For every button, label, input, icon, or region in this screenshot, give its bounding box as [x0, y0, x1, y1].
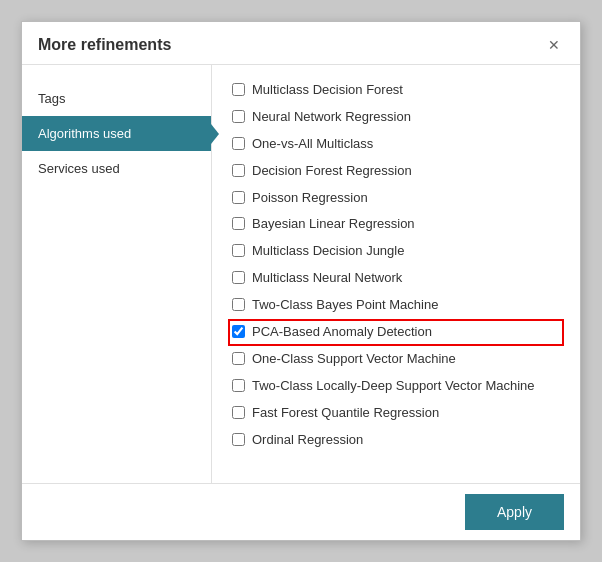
content-area: Multiclass Decision ForestNeural Network… [212, 65, 580, 483]
dialog-title: More refinements [38, 36, 171, 54]
checkbox-multiclass-neural-network[interactable] [232, 271, 245, 284]
checkbox-two-class-locally-deep-support-vector-machine[interactable] [232, 379, 245, 392]
dialog-footer: Apply [22, 483, 580, 540]
list-item-neural-network-regression: Neural Network Regression [228, 104, 564, 131]
list-item-decision-forest-regression: Decision Forest Regression [228, 158, 564, 185]
checkbox-label-two-class-bayes-point-machine: Two-Class Bayes Point Machine [252, 297, 438, 314]
dialog-header: More refinements ✕ [22, 22, 580, 65]
list-item-ordinal-regression: Ordinal Regression [228, 427, 564, 454]
checkbox-label-pca-based-anomaly-detection: PCA-Based Anomaly Detection [252, 324, 432, 341]
list-item-pca-based-anomaly-detection: PCA-Based Anomaly Detection [228, 319, 564, 346]
checkbox-label-multiclass-neural-network: Multiclass Neural Network [252, 270, 402, 287]
sidebar-item-services-used[interactable]: Services used [22, 151, 211, 186]
sidebar: TagsAlgorithms usedServices used [22, 65, 212, 483]
dialog-body: TagsAlgorithms usedServices used Multicl… [22, 65, 580, 483]
list-item-one-vs-all-multiclass: One-vs-All Multiclass [228, 131, 564, 158]
checkbox-fast-forest-quantile-regression[interactable] [232, 406, 245, 419]
list-item-two-class-locally-deep-support-vector-machine: Two-Class Locally-Deep Support Vector Ma… [228, 373, 564, 400]
list-item-multiclass-neural-network: Multiclass Neural Network [228, 265, 564, 292]
checkbox-label-ordinal-regression: Ordinal Regression [252, 432, 363, 449]
algorithms-list: Multiclass Decision ForestNeural Network… [228, 77, 568, 471]
more-refinements-dialog: More refinements ✕ TagsAlgorithms usedSe… [21, 21, 581, 541]
checkbox-label-poisson-regression: Poisson Regression [252, 190, 368, 207]
list-item-multiclass-decision-forest: Multiclass Decision Forest [228, 77, 564, 104]
checkbox-multiclass-decision-jungle[interactable] [232, 244, 245, 257]
checkbox-multiclass-decision-forest[interactable] [232, 83, 245, 96]
checkbox-label-one-class-support-vector-machine: One-Class Support Vector Machine [252, 351, 456, 368]
sidebar-item-algorithms-used[interactable]: Algorithms used [22, 116, 211, 151]
checkbox-decision-forest-regression[interactable] [232, 164, 245, 177]
close-button[interactable]: ✕ [544, 36, 564, 54]
list-item-bayesian-linear-regression: Bayesian Linear Regression [228, 211, 564, 238]
list-item-one-class-support-vector-machine: One-Class Support Vector Machine [228, 346, 564, 373]
checkbox-ordinal-regression[interactable] [232, 433, 245, 446]
list-item-multiclass-decision-jungle: Multiclass Decision Jungle [228, 238, 564, 265]
checkbox-pca-based-anomaly-detection[interactable] [232, 325, 245, 338]
list-item-poisson-regression: Poisson Regression [228, 185, 564, 212]
checkbox-label-bayesian-linear-regression: Bayesian Linear Regression [252, 216, 415, 233]
checkbox-label-fast-forest-quantile-regression: Fast Forest Quantile Regression [252, 405, 439, 422]
sidebar-item-tags[interactable]: Tags [22, 81, 211, 116]
checkbox-label-decision-forest-regression: Decision Forest Regression [252, 163, 412, 180]
checkbox-label-two-class-locally-deep-support-vector-machine: Two-Class Locally-Deep Support Vector Ma… [252, 378, 535, 395]
checkbox-poisson-regression[interactable] [232, 191, 245, 204]
checkbox-label-one-vs-all-multiclass: One-vs-All Multiclass [252, 136, 373, 153]
list-item-fast-forest-quantile-regression: Fast Forest Quantile Regression [228, 400, 564, 427]
checkbox-label-neural-network-regression: Neural Network Regression [252, 109, 411, 126]
list-item-two-class-bayes-point-machine: Two-Class Bayes Point Machine [228, 292, 564, 319]
checkbox-one-vs-all-multiclass[interactable] [232, 137, 245, 150]
checkbox-label-multiclass-decision-forest: Multiclass Decision Forest [252, 82, 403, 99]
checkbox-bayesian-linear-regression[interactable] [232, 217, 245, 230]
checkbox-one-class-support-vector-machine[interactable] [232, 352, 245, 365]
checkbox-two-class-bayes-point-machine[interactable] [232, 298, 245, 311]
apply-button[interactable]: Apply [465, 494, 564, 530]
checkbox-label-multiclass-decision-jungle: Multiclass Decision Jungle [252, 243, 404, 260]
checkbox-neural-network-regression[interactable] [232, 110, 245, 123]
